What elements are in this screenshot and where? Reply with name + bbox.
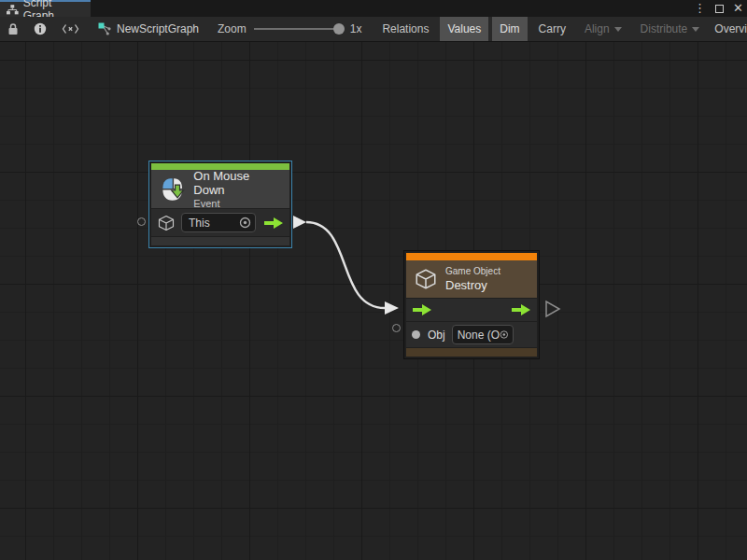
graph-breadcrumb[interactable]: NewScriptGraph [87,17,208,41]
wire-start-arrow [293,216,306,229]
info-button[interactable] [26,17,54,41]
connection-wire [0,42,747,560]
mouse-down-icon [159,175,186,203]
maximize-icon[interactable] [715,5,724,13]
zoom-slider[interactable] [254,28,343,30]
node-footer [406,347,537,357]
destroy-obj-input-port[interactable] [392,324,401,332]
lock-icon [7,22,19,35]
obj-port-label: Obj [428,329,445,342]
object-picker-icon[interactable] [239,217,251,229]
control-output-arrow[interactable] [263,217,284,230]
gameobject-cube-icon [414,267,438,291]
graph-name-label: NewScriptGraph [117,22,199,35]
info-icon [34,22,47,35]
graph-asset-icon [98,22,111,35]
graph-canvas[interactable]: On Mouse Down Event This [0,42,747,560]
lock-button[interactable] [0,17,26,41]
node-destroy[interactable]: Game Object Destroy Obj None (O [403,250,540,359]
node-subtitle: Event [193,198,282,209]
align-dropdown[interactable]: Align [577,17,629,41]
zoom-value: 1x [350,22,362,35]
code-icon [62,23,79,35]
graph-toolbar: NewScriptGraph Zoom 1x Relations Values … [0,17,747,42]
overview-button[interactable]: Overview [707,17,747,41]
distribute-dropdown[interactable]: Distribute [633,17,708,41]
zoom-control: Zoom 1x [208,17,371,41]
hierarchy-icon [7,5,19,15]
obj-port-dot[interactable] [412,330,420,339]
control-input-arrow[interactable] [412,303,432,316]
close-icon[interactable]: ✕ [733,0,743,17]
relations-button[interactable]: Relations [374,17,436,41]
object-picker-icon[interactable] [500,329,509,341]
node-category: Game Object [445,266,500,276]
code-view-button[interactable] [54,17,87,41]
node-title: On Mouse Down [193,169,282,197]
control-output-arrow[interactable] [511,303,531,316]
omd-target-input-port[interactable] [137,217,146,226]
node-accent-strip [406,253,537,260]
carry-button[interactable]: Carry [531,17,573,41]
title-bar: Script Graph ⋮ ✕ [0,0,747,17]
node-footer [151,236,289,245]
node-on-mouse-down[interactable]: On Mouse Down Event This [148,161,292,248]
menu-kebab-icon[interactable]: ⋮ [694,0,706,17]
values-button[interactable]: Values [440,17,488,41]
tab-script-graph[interactable]: Script Graph [0,0,91,17]
zoom-slider-knob[interactable] [333,23,345,35]
node-title: Destroy [445,278,500,292]
gameobject-cube-icon [157,214,176,232]
dim-button[interactable]: Dim [492,17,527,41]
zoom-label: Zoom [218,22,247,35]
unconnected-output-triangle [546,301,559,316]
wire-end-arrow [385,301,399,315]
obj-value-field[interactable]: None (O [452,325,514,344]
target-field[interactable]: This [181,213,256,232]
